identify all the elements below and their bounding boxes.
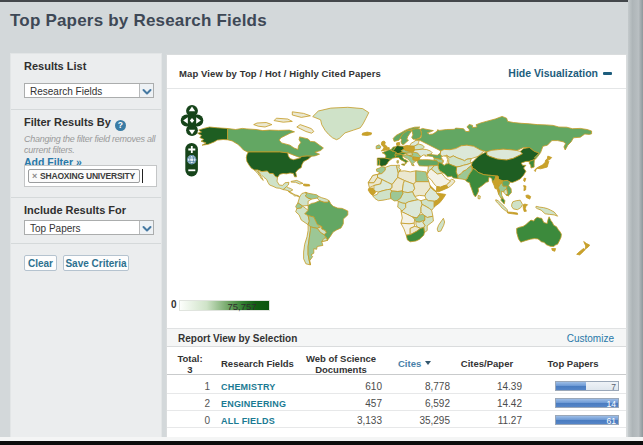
globe-icon[interactable] bbox=[187, 155, 196, 164]
table-row: 0 ALL FIELDS 3,133 35,295 11.27 61 bbox=[167, 411, 626, 428]
row-cites-per-paper: 14.42 bbox=[442, 398, 522, 409]
include-results-select[interactable]: Top Papers bbox=[24, 220, 154, 235]
hide-visualization-link[interactable]: Hide Visualization bbox=[508, 67, 598, 79]
collapse-minus-icon[interactable] bbox=[603, 72, 612, 75]
filter-note-line: current filters. bbox=[24, 145, 162, 156]
filter-results-label: Filter Results By? bbox=[24, 116, 126, 131]
chevron-path bbox=[144, 90, 151, 94]
filter-input[interactable]: ×SHAOXING UNIVERSITY bbox=[24, 165, 157, 187]
help-question-icon[interactable]: ? bbox=[115, 120, 126, 131]
chevron-glyph bbox=[140, 85, 154, 98]
sidebar-divider bbox=[11, 243, 161, 244]
top-papers-value: 14 bbox=[607, 399, 616, 409]
row-cites: 8,778 bbox=[370, 381, 450, 392]
row-cites-per-paper: 14.39 bbox=[442, 381, 522, 392]
cites-header-label: Cites bbox=[398, 358, 421, 369]
results-list-value: Research Fields bbox=[30, 86, 102, 97]
column-header-wos-documents: Web of Science Documents bbox=[300, 354, 382, 375]
row-cites-per-paper: 11.27 bbox=[442, 415, 522, 426]
window-right-edge bbox=[628, 0, 643, 445]
remove-filter-icon[interactable]: × bbox=[32, 171, 37, 181]
top-papers-value: 7 bbox=[611, 382, 616, 392]
sort-desc-icon bbox=[425, 361, 431, 365]
chevron-down-icon[interactable] bbox=[139, 84, 153, 97]
sidebar: Results List Research Fields Filter Resu… bbox=[10, 53, 162, 438]
include-results-value: Top Papers bbox=[30, 223, 81, 234]
report-view-title: Report View by Selection bbox=[178, 333, 297, 344]
window-top-border bbox=[0, 0, 643, 2]
total-label: Total: bbox=[173, 354, 207, 365]
top-papers-value: 61 bbox=[607, 416, 616, 426]
chevron-down-icon[interactable] bbox=[139, 221, 153, 234]
window-bottom-edge bbox=[0, 441, 643, 445]
chevron-glyph bbox=[140, 222, 154, 235]
legend-max-value: 75,757 bbox=[214, 301, 270, 312]
customize-link[interactable]: Customize bbox=[567, 333, 614, 344]
row-rank: 0 bbox=[177, 415, 210, 426]
row-rank: 2 bbox=[177, 398, 210, 409]
table-row: 1 CHEMISTRY 610 8,778 14.39 7 bbox=[167, 377, 626, 394]
table-row: 2 ENGINEERING 457 6,592 14.42 14 bbox=[167, 394, 626, 411]
row-rank: 1 bbox=[177, 381, 210, 392]
row-cites: 6,592 bbox=[370, 398, 450, 409]
clear-button[interactable]: Clear bbox=[24, 255, 57, 271]
globe-sphere bbox=[187, 155, 196, 164]
column-header-cites-per-paper: Cites/Paper bbox=[447, 359, 527, 370]
top-papers-bar-fill bbox=[556, 382, 586, 390]
results-list-select[interactable]: Research Fields bbox=[24, 83, 154, 98]
row-cites: 35,295 bbox=[370, 415, 450, 426]
filter-results-label-text: Filter Results By bbox=[24, 116, 111, 128]
filter-note-line: Changing the filter field removes all bbox=[24, 134, 162, 145]
map-zoom-control[interactable] bbox=[185, 143, 198, 177]
map-view-title: Map View by Top / Hot / Highly Cited Pap… bbox=[179, 68, 381, 79]
results-list-label: Results List bbox=[24, 60, 86, 72]
chevron-path bbox=[144, 227, 151, 231]
top-papers-bar: 61 bbox=[555, 415, 619, 425]
text-caret bbox=[142, 169, 143, 183]
top-papers-bar: 7 bbox=[555, 381, 619, 391]
top-papers-bar: 14 bbox=[555, 398, 619, 408]
column-header-cites[interactable]: Cites bbox=[398, 359, 431, 370]
filter-note: Changing the filter field removes allcur… bbox=[24, 134, 162, 155]
row-separator bbox=[167, 427, 626, 428]
save-criteria-button[interactable]: Save Criteria bbox=[63, 255, 129, 271]
filter-chip-label: SHAOXING UNIVERSITY bbox=[40, 171, 135, 181]
sidebar-divider bbox=[11, 197, 161, 198]
results-table: Total: 3 Research Fields Web of Science … bbox=[166, 347, 627, 437]
column-header-top-papers: Top Papers bbox=[519, 359, 627, 370]
column-header-total: Total: 3 bbox=[173, 354, 207, 375]
divider bbox=[167, 88, 626, 89]
legend-min-value: 0 bbox=[171, 299, 177, 310]
filter-chip[interactable]: ×SHAOXING UNIVERSITY bbox=[28, 169, 140, 183]
include-results-label: Include Results For bbox=[24, 204, 126, 216]
table-header-divider bbox=[167, 374, 626, 375]
sidebar-divider bbox=[11, 109, 161, 110]
page-title: Top Papers by Research Fields bbox=[10, 11, 267, 31]
report-view-bar: Report View by Selection Customize bbox=[166, 328, 627, 347]
docs-header-line: Web of Science bbox=[300, 354, 382, 365]
